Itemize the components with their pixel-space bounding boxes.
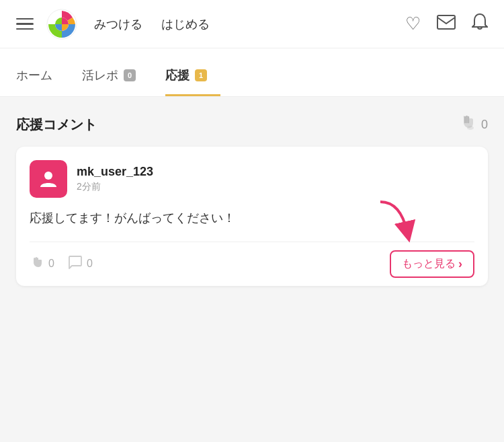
clap-count-footer: 0: [48, 258, 54, 270]
svg-point-4: [44, 172, 52, 180]
time-ago: 2分前: [77, 181, 153, 193]
comment-text: 応援してます！がんばってください！: [30, 209, 474, 231]
app-header: みつける はじめる ♡: [0, 0, 504, 48]
comment-action[interactable]: 0: [68, 255, 93, 273]
bell-icon[interactable]: [472, 13, 488, 36]
mail-icon[interactable]: [437, 15, 456, 34]
user-info: mk_user_123 2分前: [77, 165, 153, 193]
comment-count-footer: 0: [87, 258, 93, 270]
tab-katsu-badge: 0: [124, 69, 136, 81]
comment-icon: [68, 255, 83, 273]
avatar-icon: [38, 168, 59, 190]
main-nav: みつける はじめる: [94, 16, 405, 32]
svg-rect-2: [437, 15, 455, 29]
tab-ouen-badge: 1: [195, 69, 207, 81]
clap-icon-header: [458, 113, 477, 136]
more-button[interactable]: もっと見る ›: [390, 250, 474, 278]
clap-count-header: 0: [458, 113, 488, 136]
menu-button[interactable]: [16, 18, 34, 30]
clap-icon-footer: [30, 255, 44, 273]
username: mk_user_123: [77, 165, 153, 179]
section-header: 応援コメント 0: [16, 113, 488, 136]
logo-icon[interactable]: [46, 8, 78, 40]
comment-user-row: mk_user_123 2分前: [30, 160, 474, 198]
nav-find[interactable]: みつける: [94, 16, 142, 32]
tab-katsu-label: 活レポ: [82, 67, 118, 83]
svg-point-3: [467, 126, 474, 130]
tab-home-label: ホーム: [16, 67, 52, 83]
clap-action[interactable]: 0: [30, 255, 54, 273]
tab-home[interactable]: ホーム: [16, 54, 66, 96]
nav-start[interactable]: はじめる: [161, 16, 210, 32]
tab-ouen-label: 応援: [165, 67, 190, 83]
section-title: 応援コメント: [16, 116, 97, 134]
more-button-label: もっと見る: [402, 257, 456, 271]
footer-actions: 0 0: [30, 255, 390, 273]
clap-count-number: 0: [481, 118, 488, 132]
header-action-icons: ♡: [405, 13, 488, 36]
tab-bar: ホーム 活レポ 0 応援 1: [0, 54, 504, 97]
avatar: [30, 160, 67, 198]
comment-footer: 0 0: [30, 242, 474, 286]
tab-katsu[interactable]: 活レポ 0: [82, 54, 149, 96]
chevron-right-icon: ›: [458, 257, 462, 271]
heart-icon[interactable]: ♡: [405, 13, 421, 34]
comment-card: mk_user_123 2分前 応援してます！がんばってください！: [16, 147, 488, 286]
tab-ouen[interactable]: 応援 1: [165, 54, 220, 96]
main-content: 応援コメント 0: [0, 97, 504, 442]
